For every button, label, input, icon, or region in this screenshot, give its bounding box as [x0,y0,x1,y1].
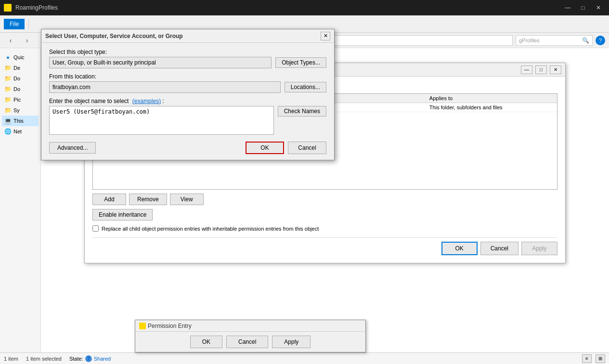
adv-cancel-btn[interactable]: Cancel [480,242,518,255]
explorer-window-icon [4,4,12,12]
explorer-minimize-btn[interactable]: — [561,2,574,13]
search-box[interactable]: gProfiles 🔍 [516,35,593,46]
dialog-cancel-btn[interactable]: Cancel [288,142,326,154]
perm-applies: This folder, subfolders and files [426,103,557,112]
explorer-window-title: RoamingProfiles [15,4,557,11]
object-type-group: Select this object type: Object Types... [49,49,326,68]
sidebar-item-pictures[interactable]: 📁 Pic [2,94,39,105]
col-applies-to: Applies to [426,94,557,103]
list-view-btn[interactable]: ≡ [582,354,592,363]
adv-apply-btn[interactable]: Apply [521,242,557,255]
dialog-title-bar: Select User, Computer, Service Account, … [41,29,334,43]
sidebar-item-downloads2[interactable]: 📁 Do [2,84,39,94]
sidebar-item-label-thispc: This [13,118,24,124]
sub-dialog-title: Permission Entry [135,320,365,332]
nav-forward-btn[interactable]: › [20,34,34,47]
object-type-row: Object Types... [49,57,326,68]
sidebar-item-this-pc[interactable]: 💻 This [2,116,39,126]
explorer-maximize-btn[interactable]: □ [576,2,590,13]
sidebar-item-label-sys: Sy [13,107,20,113]
add-btn[interactable]: Add [92,194,126,205]
check-names-btn[interactable]: Check Names [278,106,326,117]
state-section: State: 👤 Shared [69,355,111,362]
folder-icon-dl2: 📁 [4,85,12,93]
sidebar-item-system[interactable]: 📁 Sy [2,105,39,116]
folder-icon-desktop1: 📁 [4,64,12,72]
dialog-title-text: Select User, Computer, Service Account, … [45,33,318,39]
object-type-label: Select this object type: [49,49,326,55]
adv-ok-btn[interactable]: OK [441,242,478,255]
sub-dialog-title-text: Permission Entry [148,323,192,329]
explorer-close-btn[interactable]: ✕ [592,2,605,13]
location-input[interactable] [49,81,281,93]
location-label: From this location: [49,73,326,80]
remove-btn[interactable]: Remove [129,194,167,205]
state-value: Shared [94,356,111,362]
file-tab[interactable]: File [4,19,25,29]
adv-win-maximize-btn[interactable]: □ [535,65,547,74]
folder-icon-sys: 📁 [4,106,12,114]
nav-back-btn[interactable]: ‹ [4,34,17,47]
sidebar-item-label-do2: Do [13,86,20,92]
sidebar-item-label-do1: Do [13,76,20,81]
dialog-close-btn[interactable]: ✕ [321,32,330,40]
dialog-ok-btn[interactable]: OK [246,142,284,154]
view-btn[interactable]: View [170,194,204,205]
perm-action-buttons: Add Remove View [92,194,557,205]
selected-count: 1 item selected [26,356,62,362]
item-count: 1 item [4,356,18,362]
sidebar-item-label-quick: Quic [13,54,25,60]
sidebar-item-label-de: De [13,65,20,71]
locations-btn[interactable]: Locations... [285,82,326,92]
dialog-bottom: Advanced... OK Cancel [49,140,326,154]
status-right-btns: ≡ ⊞ [582,354,605,363]
ribbon-separator [28,19,29,29]
folder-icon-dl1: 📁 [4,75,12,82]
this-pc-icon: 💻 [4,117,12,125]
replace-permissions-label: Replace all child object permission entr… [102,226,319,232]
adv-win-close-btn[interactable]: ✕ [550,65,561,74]
sub-dialog-icon [139,323,146,329]
advanced-btn[interactable]: Advanced... [49,142,96,154]
explorer-title-buttons: — □ ✕ [561,2,605,13]
quick-access-icon: ★ [4,53,12,61]
select-user-dialog: Select User, Computer, Service Account, … [41,29,335,160]
explorer-title-bar: RoamingProfiles — □ ✕ [0,0,609,15]
grid-view-btn[interactable]: ⊞ [596,354,605,363]
dialog-body: Select this object type: Object Types...… [41,43,334,160]
status-bar: 1 item 1 item selected State: 👤 Shared ≡… [0,352,609,364]
sidebar-item-label-pics: Pic [13,97,21,103]
object-name-group: Enter the object name to select (example… [49,98,326,135]
sidebar-item-downloads1[interactable]: 📁 Do [2,73,39,84]
sidebar: ★ Quic 📁 De 📁 Do 📁 Do 📁 Pic 📁 Sy [0,48,41,364]
sidebar-item-network[interactable]: 🌐 Net [2,126,39,137]
sidebar-item-desktop1[interactable]: 📁 De [2,63,39,73]
state-icon: 👤 [85,355,92,362]
state-label: State: [69,356,83,362]
object-name-input[interactable]: User5 (User5@firatboyan.com) [49,106,274,135]
dialog-ok-cancel-row: OK Cancel [246,142,326,154]
object-types-btn[interactable]: Object Types... [275,57,326,68]
object-type-input[interactable] [49,57,272,68]
sub-dialog: Permission Entry OK Cancel Apply [135,320,366,352]
folder-icon-pics: 📁 [4,96,12,104]
adv-win-minimize-btn[interactable]: — [521,65,532,74]
network-icon: 🌐 [4,128,12,135]
help-btn[interactable]: ? [596,36,605,45]
search-icon: 🔍 [582,37,589,44]
sidebar-item-label-net: Net [13,129,22,134]
search-text: gProfiles [519,38,540,43]
sub-cancel-btn[interactable]: Cancel [226,336,268,348]
object-name-row: User5 (User5@firatboyan.com) Check Names [49,106,326,135]
enable-inheritance-btn[interactable]: Enable inheritance [92,209,153,221]
location-group: From this location: Locations... [49,73,326,93]
sub-apply-btn[interactable]: Apply [272,336,311,348]
replace-permissions-checkbox[interactable] [92,225,99,232]
replace-permissions-row: Replace all child object permission entr… [92,225,557,232]
sub-ok-btn[interactable]: OK [190,336,222,348]
object-name-label: Enter the object name to select (example… [49,98,326,104]
adv-bottom-buttons: OK Cancel Apply [92,237,557,257]
examples-link[interactable]: (examples) [132,98,161,104]
sub-dialog-body: OK Cancel Apply [135,332,365,352]
sidebar-item-quick-access[interactable]: ★ Quic [2,52,39,63]
